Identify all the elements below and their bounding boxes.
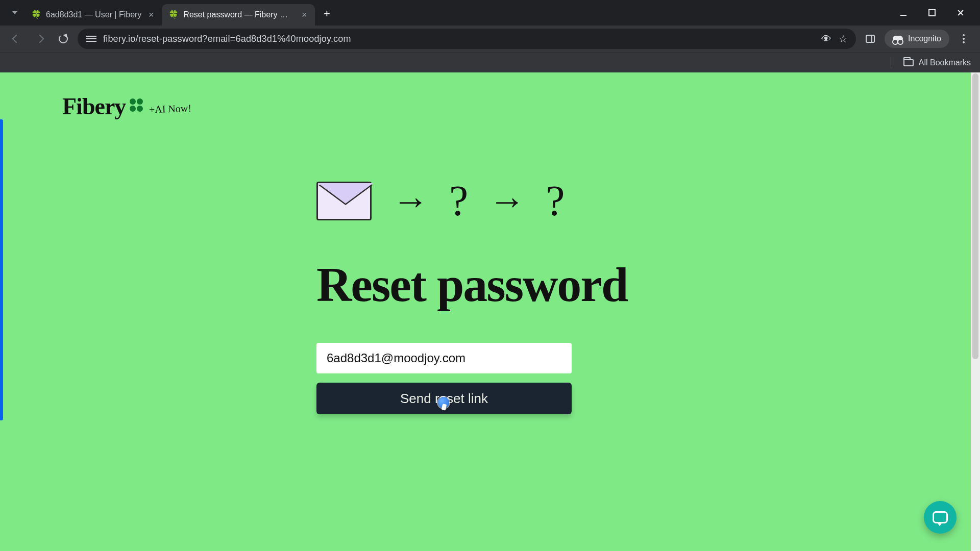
browser-chrome: 🍀 6ad8d3d1 — User | Fibery × 🍀 Reset pas… [0, 0, 980, 72]
arrow-right-icon [36, 35, 44, 43]
question-mark-icon: ? [546, 180, 565, 222]
svg-rect-1 [929, 10, 935, 16]
question-mark-icon: ? [449, 180, 468, 222]
chat-widget-button[interactable] [924, 501, 957, 534]
site-info-button[interactable] [86, 33, 97, 44]
tune-icon [86, 35, 96, 43]
url-text: fibery.io/reset-password?email=6ad8d3d1%… [103, 34, 815, 44]
separator [891, 57, 891, 68]
arrow-right-icon: → [392, 183, 429, 219]
envelope-icon [316, 182, 372, 220]
back-button[interactable] [7, 30, 26, 48]
brand[interactable]: Fibery +AI Now! [62, 93, 191, 120]
maximize-icon [928, 9, 936, 17]
brand-name: Fibery [62, 93, 126, 120]
left-accent-strip [0, 119, 3, 420]
cursor-indicator [438, 397, 449, 408]
tab-inactive[interactable]: 🍀 6ad8d3d1 — User | Fibery × [24, 4, 162, 26]
arrow-left-icon [12, 35, 21, 43]
clover-icon [130, 98, 143, 112]
reload-icon [59, 34, 68, 43]
tab-strip: 🍀 6ad8d3d1 — User | Fibery × 🍀 Reset pas… [0, 0, 337, 26]
toolbar: fibery.io/reset-password?email=6ad8d3d1%… [0, 26, 980, 52]
bookmark-star-icon[interactable]: ☆ [839, 33, 848, 45]
new-tab-button[interactable]: + [318, 5, 335, 22]
close-icon [957, 9, 965, 17]
hero-illustration: → ? → ? [316, 180, 565, 222]
minimize-icon [899, 9, 908, 17]
chevron-down-icon [12, 11, 17, 14]
brand-tagline: +AI Now! [149, 103, 192, 116]
panel-icon [866, 35, 875, 43]
close-icon[interactable]: × [146, 10, 156, 19]
page-viewport: Fibery +AI Now! → ? → ? Reset password S… [0, 72, 980, 551]
folder-icon [903, 59, 914, 66]
window-controls [896, 6, 980, 20]
favicon-icon: 🍀 [169, 10, 178, 19]
minimize-button[interactable] [896, 6, 911, 20]
maximize-button[interactable] [925, 6, 939, 20]
tab-title: Reset password — Fibery — Fib [183, 10, 295, 19]
omnibox-right-icons: 👁︎ ☆ [821, 33, 848, 45]
address-bar[interactable]: fibery.io/reset-password?email=6ad8d3d1%… [78, 29, 856, 49]
tab-title: 6ad8d3d1 — User | Fibery [46, 10, 141, 19]
close-icon[interactable]: × [300, 10, 309, 19]
tracking-off-icon[interactable]: 👁︎ [821, 33, 831, 45]
side-panel-button[interactable] [861, 30, 879, 48]
scrollbar-track[interactable] [971, 72, 980, 551]
page-title: Reset password [316, 256, 627, 313]
close-window-button[interactable] [953, 6, 968, 20]
email-input[interactable] [316, 343, 572, 373]
incognito-icon [893, 36, 903, 42]
titlebar: 🍀 6ad8d3d1 — User | Fibery × 🍀 Reset pas… [0, 0, 980, 26]
chrome-menu-button[interactable] [954, 30, 973, 48]
bookmarks-bar: All Bookmarks [0, 52, 980, 72]
incognito-label: Incognito [908, 34, 941, 43]
chat-icon [933, 511, 948, 523]
scrollbar-thumb[interactable] [972, 73, 978, 359]
svg-rect-0 [900, 15, 906, 16]
tab-search-button[interactable] [6, 4, 23, 21]
forward-button[interactable] [31, 30, 49, 48]
incognito-indicator[interactable]: Incognito [885, 30, 949, 48]
favicon-icon: 🍀 [32, 10, 41, 19]
arrow-right-icon: → [488, 183, 525, 219]
kebab-icon [960, 31, 968, 46]
tab-active[interactable]: 🍀 Reset password — Fibery — Fib × [162, 4, 315, 26]
reload-button[interactable] [54, 30, 72, 48]
all-bookmarks-button[interactable]: All Bookmarks [919, 58, 971, 67]
